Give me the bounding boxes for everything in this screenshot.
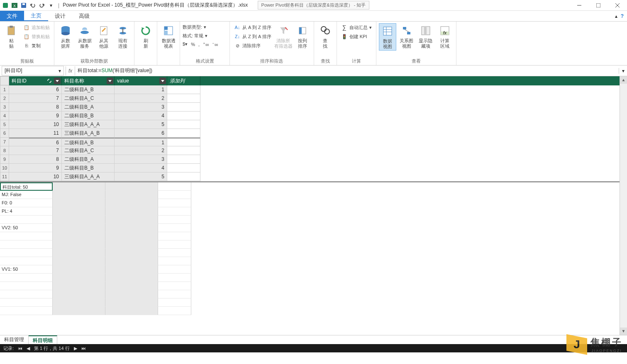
save-icon[interactable] bbox=[20, 2, 27, 9]
measure-cell[interactable] bbox=[53, 265, 105, 274]
redo-icon[interactable] bbox=[38, 2, 46, 9]
measure-cell[interactable] bbox=[105, 207, 158, 216]
cell-value[interactable]: 1 bbox=[115, 85, 167, 94]
measure-cell[interactable] bbox=[105, 240, 158, 249]
measure-cell[interactable] bbox=[105, 182, 158, 191]
measure-cell[interactable] bbox=[158, 307, 191, 315]
filter-dropdown-icon[interactable] bbox=[159, 78, 166, 84]
cell-id[interactable]: 10 bbox=[9, 120, 62, 129]
copy-button[interactable]: ⎘复制 bbox=[22, 41, 51, 50]
create-kpi-button[interactable]: 🚦创建 KPI bbox=[339, 32, 373, 41]
minimize-button[interactable] bbox=[570, 0, 589, 11]
measure-cell[interactable] bbox=[105, 232, 158, 240]
row-header[interactable]: 2 bbox=[0, 94, 9, 103]
cell-value[interactable]: 3 bbox=[115, 155, 167, 164]
measure-cell[interactable] bbox=[105, 282, 158, 290]
cell-value[interactable]: 2 bbox=[115, 94, 167, 103]
measure-cell[interactable] bbox=[105, 191, 158, 199]
cell-name[interactable]: 二级科目A_B bbox=[62, 138, 115, 146]
cell-add[interactable] bbox=[167, 94, 200, 103]
clear-sort-button[interactable]: ⊘清除排序 bbox=[232, 41, 273, 50]
table-row[interactable]: 76二级科目A_B1 bbox=[0, 138, 627, 146]
cell-add[interactable] bbox=[167, 172, 200, 181]
measure-cell[interactable] bbox=[158, 249, 191, 257]
measure-cell[interactable] bbox=[105, 216, 158, 224]
calc-area-button[interactable]: fx计算 区域 bbox=[436, 23, 454, 50]
measure-cell[interactable] bbox=[105, 199, 158, 207]
cell-name[interactable]: 二级科目A_C bbox=[62, 94, 115, 103]
sheet-tab-2[interactable]: 科目明细 bbox=[29, 335, 57, 344]
refresh-button[interactable]: 刷 新 bbox=[137, 23, 154, 50]
cell-value[interactable]: 4 bbox=[115, 164, 167, 172]
measure-cell[interactable] bbox=[53, 199, 105, 207]
measure-cell[interactable] bbox=[158, 224, 191, 232]
clear-filters-button[interactable]: 清除所 有筛选器 bbox=[275, 23, 292, 50]
cell-name[interactable]: 二级科目A_B bbox=[62, 85, 115, 94]
cell-add[interactable] bbox=[167, 155, 200, 164]
cell-id[interactable]: 10 bbox=[9, 172, 62, 181]
measure-cell[interactable] bbox=[53, 257, 105, 265]
sort-by-column-button[interactable]: 按列 排序 bbox=[294, 23, 311, 50]
measure-cell[interactable] bbox=[53, 207, 105, 216]
measure-cell[interactable] bbox=[105, 224, 158, 232]
undo-icon[interactable] bbox=[29, 2, 37, 9]
measure-cell[interactable] bbox=[0, 216, 53, 224]
table-row[interactable]: 38二级科目B_A3 bbox=[0, 103, 627, 112]
measure-cell[interactable] bbox=[0, 274, 53, 282]
decrease-decimal-button[interactable]: ⁻₀₀ bbox=[212, 41, 218, 47]
cell-name[interactable]: 三级科目A_A_A bbox=[62, 120, 115, 129]
excel-icon[interactable]: X bbox=[11, 2, 18, 9]
close-button[interactable] bbox=[608, 0, 627, 11]
filter-dropdown-icon[interactable] bbox=[107, 78, 113, 84]
measure-cell[interactable] bbox=[105, 298, 158, 307]
cell-id[interactable]: 6 bbox=[9, 85, 62, 94]
find-button[interactable]: 查 找 bbox=[317, 23, 334, 50]
measure-cell[interactable] bbox=[53, 224, 105, 232]
cell-value[interactable]: 4 bbox=[115, 112, 167, 120]
cell-id[interactable]: 9 bbox=[9, 164, 62, 172]
column-header-add[interactable]: 添加列 bbox=[167, 76, 200, 85]
name-box[interactable]: [科目ID] ▾ bbox=[2, 66, 64, 75]
data-view-button[interactable]: 数据 视图 bbox=[379, 23, 396, 51]
cell-name[interactable]: 二级科目A_C bbox=[62, 146, 115, 155]
cell-id[interactable]: 6 bbox=[9, 138, 62, 146]
cell-id[interactable]: 7 bbox=[9, 146, 62, 155]
table-row[interactable]: 1110三级科目A_A_A5 bbox=[0, 172, 627, 181]
maximize-button[interactable] bbox=[589, 0, 608, 11]
next-record-button[interactable]: ▶ bbox=[74, 346, 77, 351]
row-header[interactable]: 11 bbox=[0, 172, 9, 181]
measure-cell[interactable] bbox=[53, 232, 105, 240]
cell-value[interactable]: 1 bbox=[115, 138, 167, 146]
measure-cell[interactable] bbox=[158, 232, 191, 240]
row-header[interactable]: 4 bbox=[0, 112, 9, 120]
existing-connections-button[interactable]: 现有 连接 bbox=[114, 23, 132, 50]
cell-value[interactable]: 5 bbox=[115, 172, 167, 181]
cell-name[interactable]: 三级科目A_A_B bbox=[62, 129, 115, 138]
measure-cell[interactable] bbox=[158, 257, 191, 265]
cell-name[interactable]: 二级科目B_B bbox=[62, 164, 115, 172]
measure-cell[interactable] bbox=[158, 290, 191, 298]
measure-cell[interactable] bbox=[53, 182, 105, 191]
cell-add[interactable] bbox=[167, 138, 200, 146]
table-row[interactable]: 87二级科目A_C2 bbox=[0, 146, 627, 155]
cell-value[interactable]: 5 bbox=[115, 120, 167, 129]
measure-cell[interactable] bbox=[53, 282, 105, 290]
measure-cell[interactable] bbox=[158, 216, 191, 224]
measure-cell[interactable] bbox=[105, 257, 158, 265]
from-database-button[interactable]: 从数 据库 bbox=[57, 23, 74, 50]
from-data-service-button[interactable]: 从数据 服务 bbox=[76, 23, 93, 50]
replace-paste-button[interactable]: 📋替换粘贴 bbox=[22, 32, 51, 41]
autosum-button[interactable]: ∑自动汇总▾ bbox=[339, 23, 373, 32]
paste-button[interactable]: 粘 贴 bbox=[2, 23, 20, 50]
table-row[interactable]: 109二级科目B_B4 bbox=[0, 164, 627, 172]
measure-cell[interactable] bbox=[158, 207, 191, 216]
cell-add[interactable] bbox=[167, 164, 200, 172]
diagram-view-button[interactable]: 关系图 视图 bbox=[398, 23, 415, 50]
measure-cell[interactable] bbox=[158, 274, 191, 282]
measure-cell[interactable] bbox=[0, 240, 53, 249]
measure-cell[interactable] bbox=[53, 298, 105, 307]
vertical-scrollbar[interactable]: ▲ ▼ bbox=[620, 76, 627, 335]
cell-id[interactable]: 7 bbox=[9, 94, 62, 103]
measure-cell[interactable] bbox=[105, 290, 158, 298]
row-header[interactable]: 1 bbox=[0, 85, 9, 94]
